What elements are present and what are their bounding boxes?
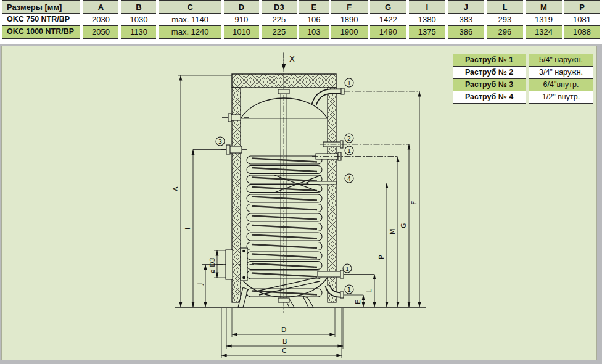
thermometer-well xyxy=(222,114,249,122)
dim-label-F: F xyxy=(410,201,418,205)
callout-2: 2 xyxy=(347,135,351,142)
dim-label-C: C xyxy=(282,347,287,355)
dim-label-A: A xyxy=(171,186,179,191)
callout-1: 1 xyxy=(347,286,351,293)
callout-4: 4 xyxy=(347,175,351,182)
heating-coil xyxy=(247,156,322,297)
dimension-lines-right: F G M P L E xyxy=(344,91,419,307)
dim-label-L: L xyxy=(365,289,373,293)
dimension-lines-left: A I J ø D3 xyxy=(171,75,232,307)
callout-1: 1 xyxy=(345,265,349,272)
dim-label-E: E xyxy=(354,300,362,304)
dim-label-M: M xyxy=(389,229,397,235)
dim-label-D: D xyxy=(281,326,286,334)
callout-3: 3 xyxy=(218,138,222,145)
tank-technical-drawing: X xyxy=(0,0,602,364)
dim-label-G: G xyxy=(400,223,408,228)
fitting-3: 3 xyxy=(216,137,247,154)
tank-leg xyxy=(303,296,313,307)
fitting-1-middle: 1 xyxy=(312,146,398,160)
axis-x-label: X xyxy=(289,54,295,64)
dim-label-J: J xyxy=(196,283,204,286)
dim-label-I: I xyxy=(184,228,192,230)
dimension-lines-bottom: D B C xyxy=(221,308,343,358)
dim-label-D3: ø D3 xyxy=(208,257,216,273)
callout-1: 1 xyxy=(347,80,351,86)
callout-1: 1 xyxy=(347,147,351,154)
datasheet-page: Размеры [мм]ABCDD3EFGIJLMP OKC 750 NTR/B… xyxy=(0,0,602,364)
dim-label-P: P xyxy=(377,255,386,259)
dim-label-B: B xyxy=(282,337,287,345)
